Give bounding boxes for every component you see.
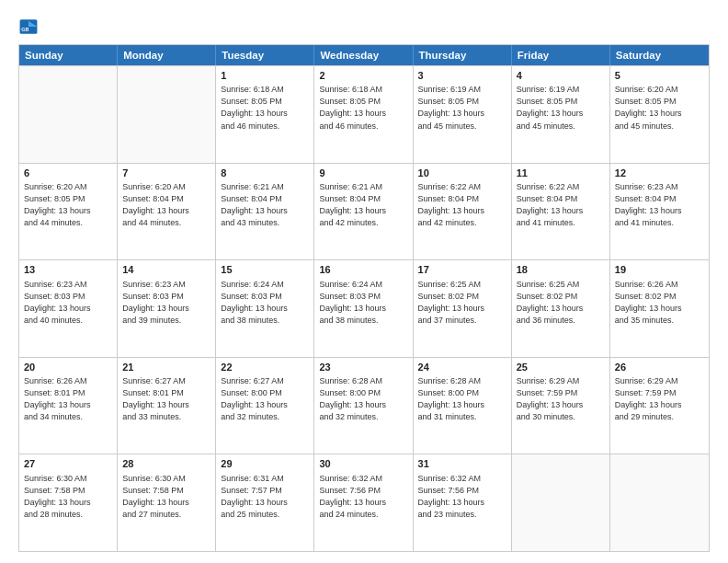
cell-info: Sunrise: 6:27 AMSunset: 8:00 PMDaylight:… [221,375,309,423]
calendar-cell: 5Sunrise: 6:20 AMSunset: 8:05 PMDaylight… [610,66,709,163]
day-number: 29 [221,457,309,471]
calendar: SundayMondayTuesdayWednesdayThursdayFrid… [18,44,710,552]
calendar-header: SundayMondayTuesdayWednesdayThursdayFrid… [19,45,709,65]
day-number: 23 [319,361,407,374]
cell-info: Sunrise: 6:22 AMSunset: 8:04 PMDaylight:… [418,181,506,229]
calendar-cell: 21Sunrise: 6:27 AMSunset: 8:01 PMDayligh… [118,358,216,454]
calendar-cell: 3Sunrise: 6:19 AMSunset: 8:05 PMDaylight… [414,66,512,163]
cell-info: Sunrise: 6:19 AMSunset: 8:05 PMDaylight:… [418,84,506,132]
calendar-cell: 22Sunrise: 6:27 AMSunset: 8:00 PMDayligh… [216,358,314,454]
calendar-cell: 10Sunrise: 6:22 AMSunset: 8:04 PMDayligh… [414,164,512,260]
cell-info: Sunrise: 6:21 AMSunset: 8:04 PMDaylight:… [221,181,309,229]
calendar-row-1: 1Sunrise: 6:18 AMSunset: 8:05 PMDaylight… [19,65,709,163]
cell-info: Sunrise: 6:26 AMSunset: 8:01 PMDaylight:… [24,375,112,423]
day-number: 30 [319,457,407,471]
cell-info: Sunrise: 6:20 AMSunset: 8:05 PMDaylight:… [615,84,704,132]
cell-info: Sunrise: 6:18 AMSunset: 8:05 PMDaylight:… [319,84,407,132]
calendar-cell: 27Sunrise: 6:30 AMSunset: 7:58 PMDayligh… [19,454,118,551]
cell-info: Sunrise: 6:24 AMSunset: 8:03 PMDaylight:… [319,279,407,327]
calendar-cell: 17Sunrise: 6:25 AMSunset: 8:02 PMDayligh… [414,260,512,357]
calendar-cell: 16Sunrise: 6:24 AMSunset: 8:03 PMDayligh… [314,260,413,357]
day-number: 15 [221,263,309,277]
cell-info: Sunrise: 6:28 AMSunset: 8:00 PMDaylight:… [418,375,506,423]
cell-info: Sunrise: 6:23 AMSunset: 8:04 PMDaylight:… [615,181,704,229]
cell-info: Sunrise: 6:18 AMSunset: 8:05 PMDaylight:… [221,84,309,132]
cell-info: Sunrise: 6:22 AMSunset: 8:04 PMDaylight:… [517,181,605,229]
logo-icon: GB [18,17,39,37]
day-number: 1 [221,69,309,83]
page: GB SundayMondayTuesdayWednesdayThursdayF… [0,0,728,563]
day-number: 17 [418,263,506,277]
cell-info: Sunrise: 6:29 AMSunset: 7:59 PMDaylight:… [517,375,605,423]
header-day-saturday: Saturday [610,45,709,65]
day-number: 5 [615,69,704,83]
calendar-row-3: 13Sunrise: 6:23 AMSunset: 8:03 PMDayligh… [19,259,709,357]
cell-info: Sunrise: 6:27 AMSunset: 8:01 PMDaylight:… [122,375,210,423]
calendar-cell: 13Sunrise: 6:23 AMSunset: 8:03 PMDayligh… [19,260,118,357]
cell-info: Sunrise: 6:32 AMSunset: 7:56 PMDaylight:… [418,473,506,521]
day-number: 8 [221,167,309,180]
calendar-cell: 29Sunrise: 6:31 AMSunset: 7:57 PMDayligh… [216,454,314,551]
calendar-cell: 30Sunrise: 6:32 AMSunset: 7:56 PMDayligh… [314,454,413,551]
day-number: 2 [319,69,407,83]
day-number: 12 [615,167,704,180]
calendar-cell: 23Sunrise: 6:28 AMSunset: 8:00 PMDayligh… [314,358,413,454]
calendar-cell: 7Sunrise: 6:20 AMSunset: 8:04 PMDaylight… [118,164,216,260]
cell-info: Sunrise: 6:24 AMSunset: 8:03 PMDaylight:… [221,279,309,327]
day-number: 25 [517,361,605,374]
cell-info: Sunrise: 6:23 AMSunset: 8:03 PMDaylight:… [122,279,210,327]
calendar-cell [19,66,118,163]
calendar-row-2: 6Sunrise: 6:20 AMSunset: 8:05 PMDaylight… [19,163,709,260]
day-number: 10 [418,167,506,180]
day-number: 22 [221,361,309,374]
day-number: 14 [122,263,210,277]
cell-info: Sunrise: 6:28 AMSunset: 8:00 PMDaylight:… [319,375,407,423]
calendar-cell: 20Sunrise: 6:26 AMSunset: 8:01 PMDayligh… [19,358,118,454]
calendar-cell: 4Sunrise: 6:19 AMSunset: 8:05 PMDaylight… [512,66,610,163]
calendar-cell: 28Sunrise: 6:30 AMSunset: 7:58 PMDayligh… [118,454,216,551]
day-number: 26 [615,361,704,374]
calendar-cell [118,66,216,163]
calendar-cell: 2Sunrise: 6:18 AMSunset: 8:05 PMDaylight… [314,66,413,163]
day-number: 18 [517,263,605,277]
cell-info: Sunrise: 6:29 AMSunset: 7:59 PMDaylight:… [615,375,704,423]
cell-info: Sunrise: 6:25 AMSunset: 8:02 PMDaylight:… [517,279,605,327]
cell-info: Sunrise: 6:20 AMSunset: 8:05 PMDaylight:… [24,181,112,229]
day-number: 24 [418,361,506,374]
calendar-cell: 12Sunrise: 6:23 AMSunset: 8:04 PMDayligh… [610,164,709,260]
calendar-cell: 24Sunrise: 6:28 AMSunset: 8:00 PMDayligh… [414,358,512,454]
day-number: 20 [24,361,112,374]
calendar-cell: 15Sunrise: 6:24 AMSunset: 8:03 PMDayligh… [216,260,314,357]
header-day-monday: Monday [118,45,216,65]
calendar-cell [610,454,709,551]
calendar-cell [512,454,610,551]
calendar-cell: 31Sunrise: 6:32 AMSunset: 7:56 PMDayligh… [414,454,512,551]
header-day-friday: Friday [512,45,610,65]
day-number: 11 [517,167,605,180]
day-number: 9 [319,167,407,180]
calendar-cell: 18Sunrise: 6:25 AMSunset: 8:02 PMDayligh… [512,260,610,357]
header-day-wednesday: Wednesday [314,45,413,65]
calendar-cell: 25Sunrise: 6:29 AMSunset: 7:59 PMDayligh… [512,358,610,454]
cell-info: Sunrise: 6:21 AMSunset: 8:04 PMDaylight:… [319,181,407,229]
cell-info: Sunrise: 6:32 AMSunset: 7:56 PMDaylight:… [319,473,407,521]
day-number: 28 [122,457,210,471]
day-number: 13 [24,263,112,277]
day-number: 6 [24,167,112,180]
cell-info: Sunrise: 6:31 AMSunset: 7:57 PMDaylight:… [221,473,309,521]
cell-info: Sunrise: 6:19 AMSunset: 8:05 PMDaylight:… [517,84,605,132]
day-number: 31 [418,457,506,471]
cell-info: Sunrise: 6:26 AMSunset: 8:02 PMDaylight:… [615,279,704,327]
day-number: 7 [122,167,210,180]
calendar-body: 1Sunrise: 6:18 AMSunset: 8:05 PMDaylight… [19,65,709,551]
day-number: 21 [122,361,210,374]
header-day-tuesday: Tuesday [216,45,314,65]
calendar-cell: 14Sunrise: 6:23 AMSunset: 8:03 PMDayligh… [118,260,216,357]
calendar-cell: 6Sunrise: 6:20 AMSunset: 8:05 PMDaylight… [19,164,118,260]
day-number: 4 [517,69,605,83]
calendar-cell: 9Sunrise: 6:21 AMSunset: 8:04 PMDaylight… [314,164,413,260]
calendar-row-4: 20Sunrise: 6:26 AMSunset: 8:01 PMDayligh… [19,357,709,454]
calendar-cell: 11Sunrise: 6:22 AMSunset: 8:04 PMDayligh… [512,164,610,260]
cell-info: Sunrise: 6:25 AMSunset: 8:02 PMDaylight:… [418,279,506,327]
calendar-cell: 19Sunrise: 6:26 AMSunset: 8:02 PMDayligh… [610,260,709,357]
